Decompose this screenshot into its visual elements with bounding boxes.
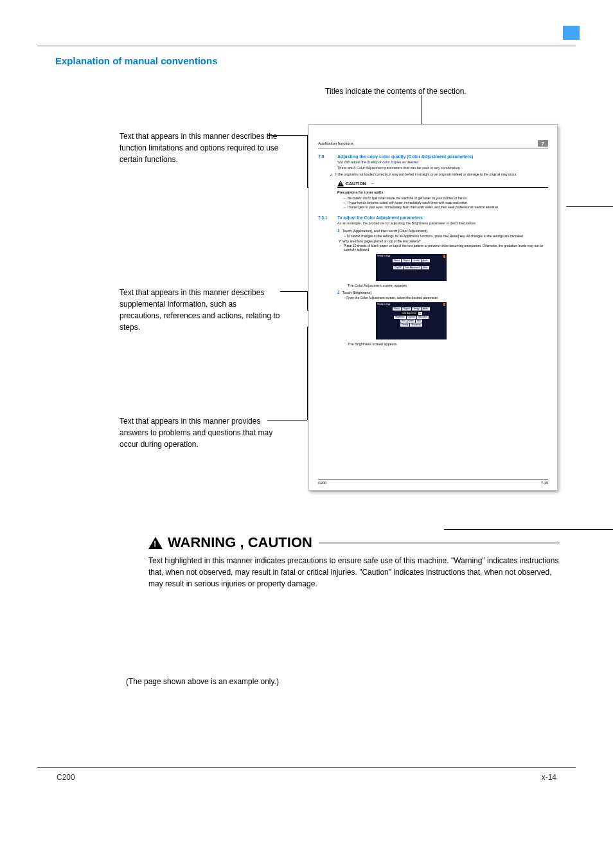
preview-footer-left: C200 bbox=[318, 481, 326, 485]
footer-rule bbox=[37, 767, 576, 768]
footer-left: C200 bbox=[57, 773, 75, 782]
connector bbox=[267, 135, 307, 136]
answer: Place 10 sheets of blank paper on top of… bbox=[339, 244, 548, 251]
caution-item: If your hands become soiled with toner, … bbox=[342, 201, 548, 204]
label-titles: Titles indicate the contents of the sect… bbox=[325, 86, 569, 97]
connector bbox=[307, 327, 308, 420]
step: 1Touch [Application], and then touch [Co… bbox=[337, 228, 548, 233]
connector bbox=[267, 420, 307, 420]
preview-text: The Brightness screen appears. bbox=[348, 342, 548, 347]
warning-text: Text highlighted in this manner indicate… bbox=[148, 555, 560, 590]
label-limitations: Text that appears in this manner describ… bbox=[120, 131, 280, 165]
connector bbox=[280, 291, 307, 292]
header-square bbox=[563, 26, 580, 40]
step-detail: – To cancel changes to the settings for … bbox=[344, 234, 548, 238]
preview-hdr-num: 7 bbox=[538, 140, 548, 147]
label-answers: Text that appears in this manner provide… bbox=[120, 415, 280, 450]
caution-subtitle: Precautions for toner spills bbox=[337, 190, 548, 195]
check-note: If the original is not loaded correctly,… bbox=[330, 172, 548, 177]
example-note: (The page shown above is an example only… bbox=[126, 677, 279, 686]
connector bbox=[307, 291, 308, 311]
label-supplemental: Text that appears in this manner describ… bbox=[120, 287, 280, 333]
connector bbox=[444, 529, 613, 530]
preview-text: As an example, the procedure for adjusti… bbox=[337, 221, 548, 226]
footer-right: x-14 bbox=[542, 773, 556, 782]
section-title: Explanation of manual conventions bbox=[55, 55, 576, 66]
question: Why are blank pages placed on top of the… bbox=[339, 239, 548, 243]
warning-heading: WARNING , CAUTION bbox=[148, 534, 560, 551]
preview-text: The Color Adjustment screen appears. bbox=[348, 284, 548, 288]
diagram: Titles indicate the contents of the sect… bbox=[55, 92, 576, 651]
warning-icon bbox=[148, 537, 163, 549]
preview-text: There are 8 Color Adjustment parameters … bbox=[337, 166, 548, 170]
preview-hdr-left: Application functions bbox=[318, 141, 353, 145]
step: 2Touch [Brightness]. bbox=[337, 290, 548, 294]
caution-item: If toner gets in your eyes, immediately … bbox=[342, 205, 548, 209]
caution-item: Be careful not to spill toner inside the… bbox=[342, 196, 548, 200]
caution-icon bbox=[337, 181, 344, 186]
sec-title: Adjusting the copy color quality (Color … bbox=[337, 154, 548, 159]
sec-num: 7.3 bbox=[318, 154, 337, 159]
connector bbox=[566, 206, 613, 207]
preview-text: You can adjust the quality of color copi… bbox=[337, 160, 548, 165]
subsec-num: 7.3.1 bbox=[318, 215, 337, 220]
connector bbox=[307, 135, 308, 187]
ui-screenshot: Ready to copy BasicsOriginalDensityAppli… bbox=[376, 254, 447, 281]
subsec-title: To adjust the Color Adjustment parameter… bbox=[337, 215, 548, 220]
page-preview: Application functions 7 7.3 Adjusting th… bbox=[308, 124, 558, 491]
ui-screenshot: Ready to copy BasicsOriginalDensityAppli… bbox=[376, 302, 447, 339]
caution-header: CAUTION ← bbox=[337, 181, 548, 186]
step-detail: – From the Color Adjustment screen, sele… bbox=[344, 296, 548, 300]
preview-footer-right: 7-19 bbox=[541, 481, 548, 485]
